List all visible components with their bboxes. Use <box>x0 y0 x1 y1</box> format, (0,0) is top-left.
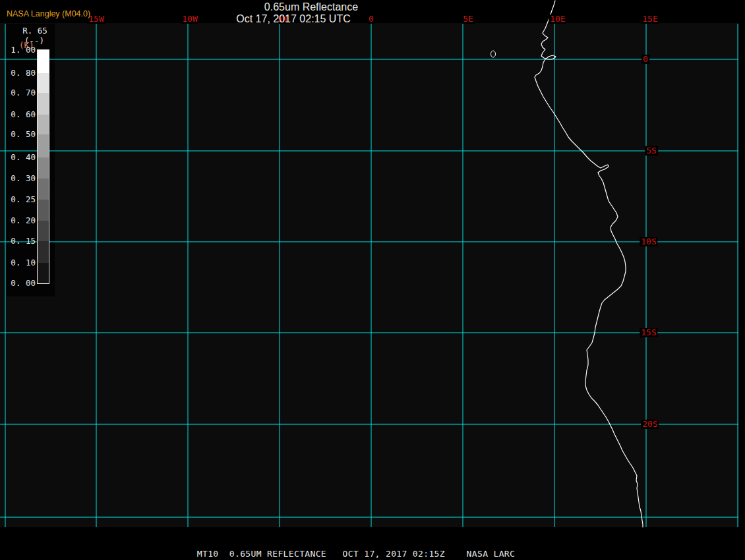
colorbar-bar <box>37 49 49 284</box>
colorbar-segment <box>38 50 49 73</box>
colorbar-tick-label: 0. 30 <box>11 174 36 182</box>
island-outline <box>491 51 496 57</box>
colorbar-segment <box>38 263 49 283</box>
colorbar-tick-label: 0. 15 <box>11 237 36 245</box>
datetime-label: Oct 17, 2017 02:15 UTC <box>236 13 350 25</box>
colorbar-segment <box>38 200 49 221</box>
footer-status-text: MT10 0.65UM REFLECTANCE OCT 17, 2017 02:… <box>197 549 515 559</box>
footer-bar: MT10 0.65UM REFLECTANCE OCT 17, 2017 02:… <box>0 546 745 560</box>
colorbar-tick-label: 0. 10 <box>11 258 36 267</box>
colorbar-segment <box>38 93 49 115</box>
colorbar-tick-label: 1. 00 <box>11 45 36 54</box>
map-svg <box>0 0 745 560</box>
colorbar-tick-label: 0. 60 <box>11 110 36 119</box>
colorbar-tick-label: 0. 40 <box>11 153 36 161</box>
colorbar-segment <box>38 157 49 179</box>
colorbar-tick-label: 0. 80 <box>11 69 36 77</box>
colorbar-tick-label: 0. 25 <box>11 195 36 204</box>
colorbar-segment <box>38 115 49 134</box>
grid-layer <box>0 24 738 527</box>
colorbar-tick-labels: 1. 000. 800. 700. 600. 500. 400. 300. 25… <box>0 0 36 303</box>
colorbar-segment <box>38 179 49 200</box>
colorbar-tick-label: 0. 50 <box>11 130 36 138</box>
colorbar-segment <box>38 134 49 157</box>
page-title: 0.65um Reflectance <box>264 1 358 13</box>
colorbar-tick-label: 0. 70 <box>11 88 36 97</box>
screen: 15W10W5W05E10E15E 05S10S15S20S NASA Lang… <box>0 0 745 560</box>
colorbar-tick-label: 0. 20 <box>11 216 36 225</box>
colorbar-segment <box>38 241 49 263</box>
coastline <box>535 1 643 527</box>
colorbar-segment <box>38 73 49 93</box>
colorbar-tick-label: 0. 00 <box>11 279 36 287</box>
colorbar-segment <box>38 221 49 241</box>
